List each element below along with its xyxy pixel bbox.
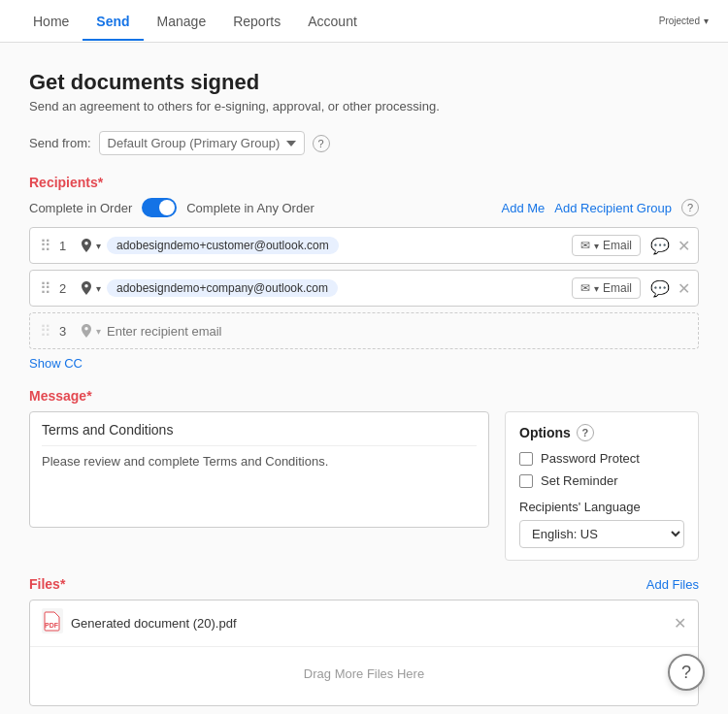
add-files-btn[interactable]: Add Files	[646, 577, 699, 592]
message-col: Terms and Conditions Please review and c…	[29, 411, 489, 561]
recipient-row-3: ⠿ 3 ▾	[29, 312, 699, 349]
auth-icon-2[interactable]: ▾	[79, 280, 101, 296]
nav-bar: Home Send Manage Reports Account Project…	[0, 0, 728, 43]
recipient-email-1: adobesigndemo+customer@outlook.com	[107, 237, 339, 254]
recipients-label: Recipients*	[29, 175, 699, 190]
set-reminder-label: Set Reminder	[541, 473, 617, 488]
recipient-row-1: ⠿ 1 ▾ adobesigndemo+customer@outlook.com…	[29, 227, 699, 264]
account-name: Projected	[659, 16, 700, 26]
options-box: Options ? Password Protect Set Reminder …	[505, 411, 699, 561]
set-reminder-item: Set Reminder	[519, 473, 684, 488]
drag-handle-1[interactable]: ⠿	[38, 237, 53, 255]
nav-home[interactable]: Home	[19, 2, 83, 41]
options-help-icon[interactable]: ?	[577, 424, 594, 441]
message-body[interactable]: Please review and complete Terms and Con…	[42, 454, 477, 469]
recipients-actions: Add Me Add Recipient Group ?	[502, 199, 700, 216]
send-from-help-icon[interactable]: ?	[313, 135, 330, 152]
auth-icon-3[interactable]: ▾	[79, 323, 101, 339]
send-from-select[interactable]: Default Group (Primary Group)	[99, 131, 305, 155]
page-title: Get documents signed	[29, 70, 699, 95]
files-header: Files* Add Files	[29, 576, 699, 592]
file-item-1: PDF Generated document (20).pdf ✕	[30, 600, 698, 647]
password-protect-checkbox[interactable]	[519, 452, 533, 466]
auth-icon-1[interactable]: ▾	[79, 238, 101, 253]
close-btn-1[interactable]: ✕	[678, 237, 690, 255]
account-menu[interactable]: Projected ▾	[659, 16, 709, 26]
add-me-btn[interactable]: Add Me	[502, 201, 546, 215]
msg-icon-1[interactable]: 💬	[650, 237, 670, 255]
recipient-row-2: ⠿ 2 ▾ adobesigndemo+company@outlook.com …	[29, 270, 699, 307]
add-recipient-group-btn[interactable]: Add Recipient Group	[554, 201, 672, 215]
drop-area[interactable]: Drag More Files Here	[30, 647, 698, 700]
nav-send[interactable]: Send	[83, 2, 143, 41]
nav-reports[interactable]: Reports	[219, 2, 294, 41]
language-label: Recipients' Language	[519, 500, 684, 514]
row-num-3: 3	[59, 324, 73, 339]
msg-icon-2[interactable]: 💬	[650, 279, 670, 298]
options-label: Options	[519, 425, 571, 440]
complete-in-order-toggle[interactable]	[142, 198, 177, 217]
recipients-help-icon[interactable]: ?	[681, 199, 699, 216]
message-box[interactable]: Terms and Conditions Please review and c…	[29, 411, 489, 528]
close-btn-2[interactable]: ✕	[678, 279, 690, 298]
options-header: Options ?	[519, 424, 684, 441]
page-subtitle: Send an agreement to others for e-signin…	[29, 99, 699, 114]
envelope-icon-2: ✉	[580, 281, 590, 295]
drag-handle-2[interactable]: ⠿	[38, 279, 53, 298]
email-type-btn-2[interactable]: ✉ ▾ Email	[572, 277, 641, 299]
complete-any-order-label: Complete in Any Order	[186, 201, 314, 215]
recipients-header: Complete in Order Complete in Any Order …	[29, 198, 699, 217]
message-options-row: Terms and Conditions Please review and c…	[29, 411, 699, 561]
files-label: Files*	[29, 576, 65, 592]
drag-handle-3: ⠿	[38, 322, 53, 341]
main-content: Get documents signed Send an agreement t…	[0, 43, 728, 714]
message-label: Message*	[29, 388, 699, 404]
svg-text:PDF: PDF	[45, 622, 59, 629]
set-reminder-checkbox[interactable]	[519, 474, 533, 488]
row-num-1: 1	[59, 239, 73, 253]
nav-account[interactable]: Account	[294, 2, 371, 41]
email-type-btn-1[interactable]: ✉ ▾ Email	[572, 235, 641, 256]
file-name-1: Generated document (20).pdf	[71, 616, 666, 631]
recipient-email-2: adobesigndemo+company@outlook.com	[107, 279, 338, 297]
send-from-row: Send from: Default Group (Primary Group)…	[29, 131, 699, 155]
nav-manage[interactable]: Manage	[144, 2, 220, 41]
dropdown-icon: ▾	[704, 16, 709, 26]
complete-in-order-label: Complete in Order	[29, 201, 132, 215]
row-num-2: 2	[59, 281, 73, 296]
file-close-btn-1[interactable]: ✕	[674, 614, 686, 633]
options-col: Options ? Password Protect Set Reminder …	[505, 411, 699, 561]
send-from-label: Send from:	[29, 136, 91, 150]
envelope-icon-1: ✉	[580, 239, 590, 252]
show-cc-btn[interactable]: Show CC	[29, 356, 83, 371]
password-protect-label: Password Protect	[541, 451, 640, 466]
files-box: PDF Generated document (20).pdf ✕ Drag M…	[29, 600, 699, 706]
password-protect-item: Password Protect	[519, 451, 684, 466]
pdf-icon: PDF	[42, 608, 63, 638]
recipient-email-input-3[interactable]	[107, 324, 690, 339]
language-select[interactable]: English: US French German Spanish Japane…	[519, 520, 684, 548]
global-help-btn[interactable]: ?	[668, 654, 705, 691]
message-subject[interactable]: Terms and Conditions	[42, 422, 477, 446]
